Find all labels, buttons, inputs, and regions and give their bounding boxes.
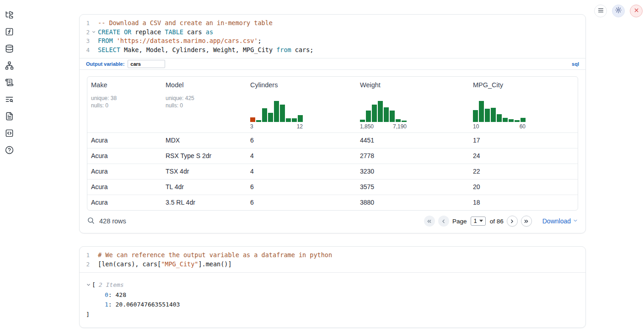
histogram-bar[interactable] <box>402 121 407 122</box>
code-text: [len(cars), cars["MPG_City"].mean()] <box>98 260 232 269</box>
code-token-kw: FROM <box>98 37 113 44</box>
fold-chevron-icon[interactable] <box>90 28 98 37</box>
line-number: 2 <box>80 260 90 269</box>
histogram-bar[interactable] <box>509 119 514 122</box>
python-code-editor[interactable]: 1# We can reference the output variable … <box>80 247 585 272</box>
settings-button[interactable] <box>612 5 625 17</box>
hist-min-label: 10 <box>473 123 479 130</box>
chevron-down-icon <box>573 217 578 225</box>
histogram-bar[interactable] <box>366 111 371 122</box>
database-icon[interactable] <box>4 43 15 54</box>
file-tree-icon[interactable] <box>4 9 15 20</box>
column-header-mpg-city[interactable]: MPG_City 10 60 <box>469 77 578 132</box>
function-icon[interactable] <box>4 26 15 37</box>
next-page-button[interactable] <box>507 216 518 227</box>
collapse-chevron-icon[interactable] <box>86 282 92 287</box>
code-text: FROM 'https://datasets.marimo.app/cars.c… <box>98 37 262 46</box>
histogram-bar[interactable] <box>298 115 303 122</box>
search-icon[interactable] <box>87 217 95 226</box>
histogram-bar[interactable] <box>250 117 255 122</box>
histogram-bar[interactable] <box>256 120 261 122</box>
table-cell: 2778 <box>356 148 469 164</box>
python-cell: 1# We can reference the output variable … <box>79 246 586 328</box>
histogram-bar[interactable] <box>286 118 291 122</box>
table-row[interactable]: Acura3.5 RL 4dr6388018 <box>87 195 578 210</box>
table-row[interactable]: AcuraMDX6445117 <box>87 132 578 148</box>
column-header-make[interactable]: Make unique: 38 nulls: 0 <box>87 77 162 132</box>
code-line[interactable]: 1-- Download a CSV and create an in-memo… <box>80 19 585 28</box>
histogram-bar[interactable] <box>384 107 389 122</box>
code-token-comment: -- Download a CSV and create an in-memor… <box>98 19 273 26</box>
table-row[interactable]: AcuraTL 4dr6357520 <box>87 179 578 195</box>
histogram-bar[interactable] <box>491 108 496 122</box>
histogram-bar[interactable] <box>396 119 401 122</box>
hist-min-label: 1,850 <box>360 123 374 130</box>
document-icon[interactable] <box>4 111 15 122</box>
table-cell: RSX Type S 2dr <box>162 148 247 164</box>
histogram-bar[interactable] <box>274 101 279 122</box>
page-select[interactable]: 1 <box>471 217 485 226</box>
histogram-bar[interactable] <box>280 105 285 122</box>
column-header-weight[interactable]: Weight 1,850 7,190 <box>356 77 469 132</box>
code-token-pl: cars; <box>291 46 314 53</box>
item-index: 0 <box>105 291 108 298</box>
last-page-icon <box>523 218 529 224</box>
help-icon[interactable] <box>4 144 15 155</box>
column-header-model[interactable]: Model unique: 425 nulls: 0 <box>162 77 247 132</box>
table-cell: 3.5 RL 4dr <box>162 195 247 210</box>
table-cell: TSX 4dr <box>162 164 247 179</box>
prev-page-button[interactable] <box>438 216 449 227</box>
last-page-button[interactable] <box>521 216 532 227</box>
download-button[interactable]: Download <box>542 217 578 225</box>
code-token-pl: Make, Model, Cylinders, Weight, MPG_City <box>120 46 276 53</box>
code-line[interactable]: 4SELECT Make, Model, Cylinders, Weight, … <box>80 46 585 55</box>
page-total-label: of 86 <box>490 218 504 225</box>
histogram-range: 10 60 <box>473 123 526 130</box>
histogram-bar[interactable] <box>473 110 478 122</box>
stat-unique: unique: 38 <box>91 95 158 102</box>
sql-code-editor[interactable]: 1-- Download a CSV and create an in-memo… <box>80 15 585 58</box>
histogram-bar[interactable] <box>521 118 526 122</box>
code-token-pl: ].mean()] <box>198 260 231 268</box>
table-cell: 18 <box>469 195 578 210</box>
menu-button[interactable] <box>594 5 607 17</box>
histogram-bar[interactable] <box>360 120 365 122</box>
histogram-bar[interactable] <box>503 118 508 122</box>
histogram-bar[interactable] <box>390 111 395 122</box>
histogram-bar[interactable] <box>268 113 273 122</box>
dependency-graph-icon[interactable] <box>4 60 15 71</box>
code-line[interactable]: 1# We can reference the output variable … <box>80 251 585 260</box>
shutdown-button[interactable] <box>630 5 643 17</box>
histogram-bar[interactable] <box>497 114 502 122</box>
table-cell: 22 <box>469 164 578 179</box>
histogram-bar[interactable] <box>262 108 267 122</box>
snippets-icon[interactable] <box>4 127 15 138</box>
cylinders-histogram: 3 12 <box>250 101 353 130</box>
table-row[interactable]: AcuraTSX 4dr4323022 <box>87 164 578 179</box>
table-row[interactable]: AcuraRSX Type S 2dr4277824 <box>87 148 578 164</box>
first-page-button[interactable] <box>424 216 435 227</box>
table-cell: 6 <box>247 133 356 148</box>
output-variable-input[interactable] <box>128 60 165 68</box>
code-line[interactable]: 2CREATE OR replace TABLE cars as <box>80 28 585 37</box>
histogram-bar[interactable] <box>378 101 383 122</box>
histogram-bar[interactable] <box>479 101 484 122</box>
column-stats: unique: 425 nulls: 0 <box>166 95 243 109</box>
mpg-city-histogram: 10 60 <box>473 101 574 130</box>
code-line[interactable]: 2[len(cars), cars["MPG_City"].mean()] <box>80 260 585 269</box>
code-token-str: "MPG_City" <box>161 260 198 268</box>
language-badge: sql <box>572 61 579 67</box>
output-variable-row: Output variable: sql <box>80 58 585 70</box>
logs-search-icon[interactable] <box>4 94 15 105</box>
code-token-pl: ; <box>258 37 262 44</box>
histogram-bar[interactable] <box>372 105 377 122</box>
column-header-cylinders[interactable]: Cylinders 3 12 <box>247 77 356 132</box>
scroll-icon[interactable] <box>4 77 15 88</box>
histogram-range: 1,850 7,190 <box>360 123 407 130</box>
histogram-bar[interactable] <box>515 120 520 122</box>
histogram-bar[interactable] <box>292 118 297 122</box>
code-line[interactable]: 3FROM 'https://datasets.marimo.app/cars.… <box>80 37 585 46</box>
output-list-item: 0: 428 <box>86 290 579 300</box>
code-token-pl: replace <box>131 28 165 36</box>
histogram-bar[interactable] <box>485 109 490 122</box>
